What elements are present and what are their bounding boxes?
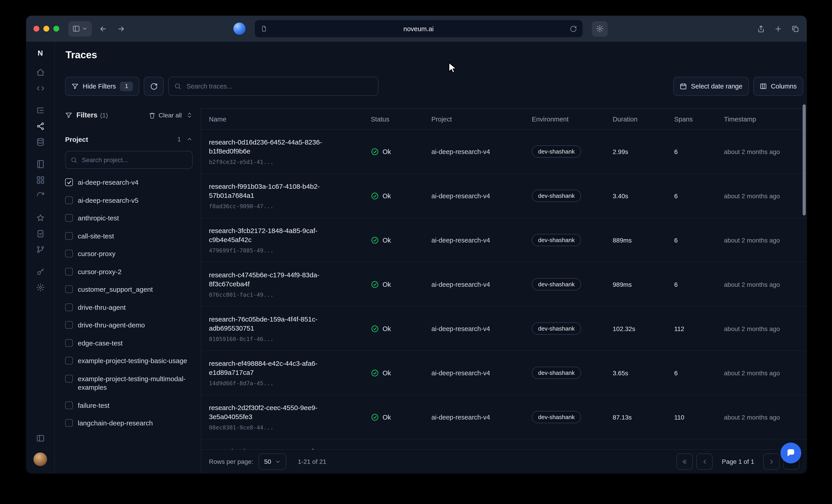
filter-item[interactable]: cursor-proxy — [65, 245, 192, 262]
key-icon — [36, 268, 45, 276]
chat-widget-button[interactable] — [780, 443, 801, 464]
table-row[interactable]: research-3d678299-0358-4c1c-a2f4- — [201, 440, 807, 449]
table-row[interactable]: research-3fcb2172-1848-4a85-9caf-c9b4e45… — [201, 218, 807, 262]
checkbox[interactable] — [65, 419, 73, 427]
browser-settings-button[interactable] — [592, 21, 608, 36]
browser-profile-icon[interactable] — [233, 23, 245, 35]
checkbox[interactable] — [65, 285, 73, 293]
collapse-all-icon[interactable] — [186, 112, 192, 118]
trace-id: 479699f1-7085-49... — [209, 247, 371, 254]
columns-button[interactable]: Columns — [753, 77, 803, 96]
filter-item[interactable]: customer_support_agent — [65, 280, 192, 298]
browser-forward-button[interactable] — [114, 21, 128, 36]
refresh-traces-button[interactable] — [144, 77, 164, 96]
table-row[interactable]: research-76c05bde-159a-4f4f-851c-adb6955… — [201, 307, 807, 351]
table-scrollbar-thumb[interactable] — [803, 104, 806, 216]
spans-cell: 6 — [674, 236, 724, 244]
table-row[interactable]: research-f991b03a-1c67-4108-b4b2-57b01a7… — [201, 174, 807, 218]
previous-page-button[interactable] — [697, 453, 713, 470]
sidebar-item-apps[interactable] — [32, 173, 48, 187]
checkbox[interactable] — [65, 196, 73, 204]
hide-filters-button[interactable]: Hide Filters 1 — [65, 77, 139, 96]
checkbox[interactable] — [65, 339, 73, 346]
column-header-duration[interactable]: Duration — [613, 115, 674, 122]
checkbox[interactable] — [65, 374, 73, 382]
checkbox[interactable] — [65, 357, 73, 364]
address-bar[interactable]: noveum.ai — [255, 20, 583, 37]
filter-item[interactable]: drive-thru-agent — [65, 298, 192, 316]
filter-item[interactable]: ai-deep-research-v4 — [65, 173, 192, 191]
chevrons-left-icon — [681, 458, 688, 465]
row-range-label: 1-21 of 21 — [298, 458, 326, 465]
search-project-input[interactable] — [81, 156, 187, 164]
sidebar-item-datasets[interactable] — [32, 135, 48, 149]
filter-item[interactable]: cursor-proxy-2 — [65, 262, 192, 280]
sidebar-item-evaluations[interactable] — [32, 227, 48, 241]
user-avatar[interactable] — [33, 452, 47, 466]
checkbox[interactable] — [65, 214, 73, 222]
column-header-status[interactable]: Status — [371, 115, 432, 122]
trace-id: 14d9d66f-8d7a-45... — [209, 380, 371, 387]
filter-item[interactable]: langchain-deep-research — [65, 414, 192, 432]
sidebar-item-traces[interactable] — [32, 119, 48, 133]
table-row[interactable]: research-2d2f30f2-ceec-4550-9ee9-3e5a040… — [201, 395, 807, 440]
minimize-window-button[interactable] — [44, 26, 49, 32]
checkbox[interactable] — [65, 401, 73, 409]
next-page-button[interactable] — [763, 453, 780, 470]
column-header-name[interactable]: Name — [209, 115, 371, 122]
clear-all-filters-button[interactable]: Clear all — [149, 112, 182, 119]
environment-badge: dev-shashank — [532, 234, 581, 246]
table-row[interactable]: research-c4745b6e-c179-44f9-83da-8f3c67c… — [201, 262, 807, 307]
app-logo[interactable]: N — [37, 49, 43, 57]
sidebar-item-code[interactable] — [32, 81, 48, 95]
browser-back-button[interactable] — [96, 21, 110, 36]
sidebar-item-home[interactable] — [32, 65, 48, 80]
zoom-window-button[interactable] — [53, 26, 59, 32]
collapse-sidebar-button[interactable] — [32, 431, 48, 445]
filter-item[interactable]: ai-deep-research-v5 — [65, 191, 192, 209]
search-traces-input[interactable] — [186, 82, 373, 90]
browser-sidebar-toggle[interactable] — [68, 21, 92, 36]
filter-item[interactable]: edge-case-test — [65, 334, 192, 352]
select-date-range-button[interactable]: Select date range — [673, 77, 749, 96]
rows-per-page-select[interactable]: 50 — [259, 453, 286, 470]
column-header-environment[interactable]: Environment — [532, 115, 613, 122]
environment-badge: dev-shashank — [532, 278, 581, 290]
filter-item[interactable]: example-project-testing-basic-usage — [65, 352, 192, 370]
arrow-right-icon — [117, 25, 125, 33]
sidebar-item-pipelines[interactable] — [32, 243, 48, 256]
sidebar-item-api-keys[interactable] — [32, 264, 48, 279]
checkbox[interactable] — [65, 303, 73, 311]
rows-per-page-label: Rows per page: — [209, 458, 253, 465]
table-row[interactable]: research-ef498884-e42c-44c3-afa6-e1d89a7… — [201, 351, 807, 395]
share-icon[interactable] — [757, 25, 765, 33]
column-header-project[interactable]: Project — [432, 115, 532, 122]
checkbox[interactable] — [65, 268, 73, 275]
checkbox[interactable] — [65, 232, 73, 240]
sidebar-item-notebook[interactable] — [32, 157, 48, 171]
filter-item[interactable]: drive-thru-agent-demo — [65, 316, 192, 334]
table-row[interactable]: research-0d16d236-6452-44a5-8236-b1f8ed0… — [201, 130, 807, 174]
sidebar-item-tree[interactable] — [32, 104, 48, 117]
close-window-button[interactable] — [33, 26, 40, 32]
new-tab-icon[interactable] — [774, 25, 782, 33]
sidebar-item-favorites[interactable] — [32, 211, 48, 225]
first-page-button[interactable] — [677, 453, 693, 470]
filter-item[interactable]: anthropic-test — [65, 209, 192, 227]
filter-item[interactable]: call-site-test — [65, 227, 192, 245]
checkbox[interactable] — [65, 250, 73, 257]
checkbox[interactable] — [65, 321, 73, 329]
tab-overview-icon[interactable] — [791, 25, 800, 33]
column-header-spans[interactable]: Spans — [674, 115, 724, 122]
filter-section-project[interactable]: Project 1 — [65, 132, 192, 146]
reload-icon[interactable] — [570, 25, 577, 32]
sidebar-item-settings[interactable] — [32, 280, 48, 295]
column-header-timestamp[interactable]: Timestamp — [724, 115, 807, 122]
filter-item[interactable]: example-project-testing-multimodal-examp… — [65, 370, 192, 396]
browser-right-controls — [757, 25, 800, 33]
checkbox[interactable] — [65, 178, 73, 186]
sidebar-item-replays[interactable] — [32, 189, 48, 203]
trace-id: 076cc801-fac1-49... — [209, 291, 371, 298]
filter-item[interactable]: failure-test — [65, 396, 192, 414]
search-icon — [71, 157, 77, 163]
